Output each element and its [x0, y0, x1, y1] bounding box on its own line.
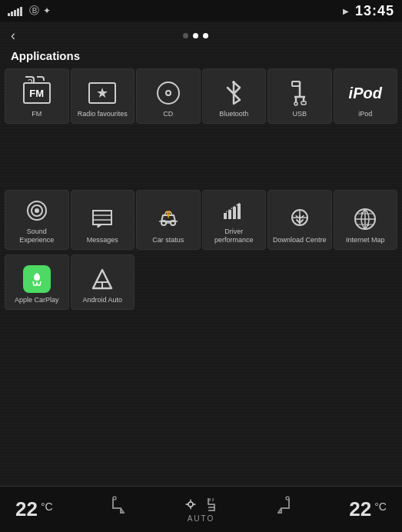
- car-status-label: Car status: [152, 236, 184, 244]
- app-cd[interactable]: CD: [136, 68, 201, 124]
- section-title: Applications: [0, 49, 402, 68]
- fan-icon: [182, 496, 199, 513]
- app-radio-favourites[interactable]: ★ Radio favourites: [71, 68, 135, 124]
- ipod-label: iPod: [358, 110, 372, 118]
- app-grid-row2: Sound Experience Messages: [0, 190, 402, 250]
- temp-right-unit: °C: [374, 500, 387, 513]
- usb-label: USB: [292, 110, 307, 118]
- fm-label: FM: [32, 110, 42, 118]
- app-sound-experience[interactable]: Sound Experience: [5, 190, 69, 250]
- seat-right-icon: [274, 496, 295, 523]
- svg-point-34: [113, 497, 116, 500]
- app-bluetooth[interactable]: Bluetooth: [202, 68, 267, 124]
- app-car-status[interactable]: ! Car status: [136, 190, 201, 250]
- app-android-auto[interactable]: Android Auto: [71, 254, 135, 310]
- app-driver-performance[interactable]: Driver performance: [202, 190, 267, 250]
- page-dots: [15, 33, 376, 38]
- signal-icon: [8, 5, 22, 16]
- sound-experience-icon: [22, 197, 52, 224]
- svg-rect-6: [301, 101, 306, 105]
- seat-left-icon: [107, 496, 128, 523]
- car-status-icon: !: [153, 205, 184, 233]
- status-bar: Ⓑ ✦ ▶ 13:45: [0, 0, 402, 22]
- download-centre-label: Download Centre: [273, 236, 327, 244]
- svg-point-35: [188, 502, 193, 507]
- svg-point-38: [286, 497, 289, 500]
- svg-rect-3: [292, 81, 300, 86]
- temp-right-section: 22 °C: [349, 497, 387, 521]
- clock: 13:45: [355, 3, 394, 19]
- bluetooth-app-icon: [218, 79, 249, 107]
- internet-map-label: Internet Map: [346, 236, 385, 244]
- app-messages[interactable]: Messages: [71, 190, 135, 250]
- svg-rect-20: [233, 207, 236, 219]
- bottom-bar: 22 °C AUTO: [0, 486, 402, 532]
- bluetooth-symbol: ✦: [43, 5, 51, 16]
- app-download-centre[interactable]: Download Centre: [267, 190, 332, 250]
- svg-rect-21: [238, 204, 241, 219]
- svg-rect-19: [228, 210, 231, 219]
- bluetooth-icon: Ⓑ: [26, 4, 39, 18]
- app-usb[interactable]: USB: [267, 68, 332, 124]
- seat-heat-icon: [204, 497, 219, 512]
- android-auto-icon: [87, 265, 118, 293]
- messages-label: Messages: [87, 236, 118, 244]
- app-ipod[interactable]: iPod iPod: [334, 68, 398, 124]
- temp-left-section: 22 °C: [15, 497, 53, 521]
- climate-center: AUTO: [182, 496, 219, 523]
- status-left: Ⓑ ✦: [8, 4, 51, 18]
- top-nav: ‹: [0, 22, 402, 49]
- dot-2: [193, 33, 198, 38]
- svg-rect-18: [224, 213, 227, 219]
- apple-carplay-icon: [22, 265, 52, 293]
- svg-point-7: [294, 102, 297, 105]
- ipod-icon: iPod: [350, 79, 380, 107]
- app-internet-map[interactable]: Internet Map: [334, 190, 398, 250]
- messages-icon: [87, 205, 118, 233]
- android-auto-label: Android Auto: [82, 296, 122, 304]
- driver-performance-icon: [218, 197, 249, 224]
- radio-fav-label: Radio favourites: [78, 110, 128, 118]
- apple-carplay-label: Apple CarPlay: [15, 296, 59, 304]
- app-fm[interactable]: FM FM: [5, 68, 69, 124]
- app-grid-row1: FM FM ★ Radio favourites C: [0, 68, 402, 124]
- usb-icon: [284, 79, 315, 107]
- cd-icon: [153, 79, 184, 107]
- play-icon: ▶: [343, 7, 349, 15]
- auto-label: AUTO: [188, 514, 215, 523]
- fm-icon: FM: [22, 79, 52, 107]
- app-grid-row3: Apple CarPlay Android Auto: [0, 254, 402, 310]
- empty-row: [0, 128, 402, 190]
- bluetooth-label: Bluetooth: [219, 110, 248, 118]
- temp-left-unit: °C: [41, 500, 53, 513]
- driver-performance-label: Driver performance: [206, 228, 263, 244]
- internet-map-icon: [350, 205, 380, 233]
- svg-text:!: !: [167, 212, 168, 217]
- temp-left-value: 22: [15, 497, 38, 521]
- radio-fav-icon: ★: [87, 79, 118, 107]
- sound-experience-label: Sound Experience: [8, 228, 65, 244]
- cd-label: CD: [163, 110, 173, 118]
- dot-3: [203, 33, 208, 38]
- download-centre-icon: [284, 205, 315, 233]
- temp-right-value: 22: [349, 497, 371, 521]
- svg-point-10: [35, 208, 39, 213]
- app-apple-carplay[interactable]: Apple CarPlay: [5, 254, 69, 310]
- main-content: ‹ Applications FM FM: [0, 22, 402, 486]
- dot-1: [183, 33, 188, 38]
